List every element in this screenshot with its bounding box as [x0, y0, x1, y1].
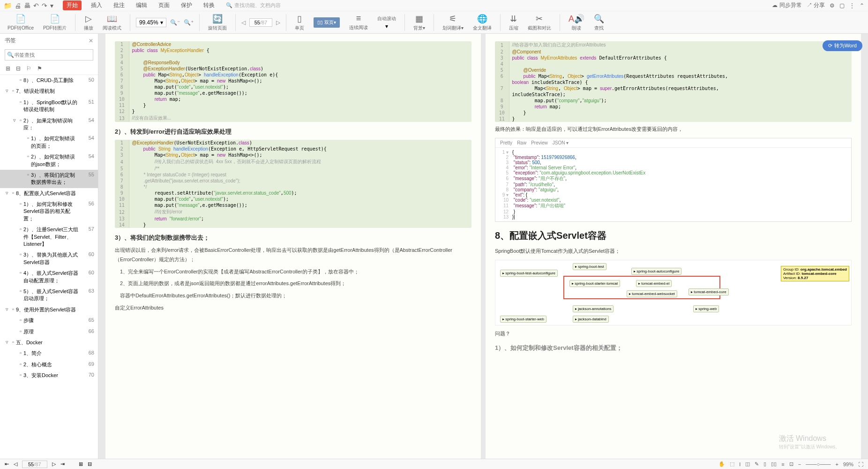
play-button[interactable]: ▷播放 — [81, 14, 96, 31]
next-page-icon[interactable]: ▷ — [276, 19, 280, 26]
compress[interactable]: ⇊压缩 — [506, 14, 521, 31]
json-tab[interactable]: JSON ▾ — [553, 140, 569, 145]
select-translate[interactable]: ⚟划词翻译▾ — [440, 14, 466, 31]
outline-icon[interactable]: ⊞ — [6, 65, 10, 72]
bookmark-item[interactable]: ▿▫9、使用外置的Servlet容器 — [0, 304, 98, 315]
bookmark-item[interactable]: ▫8）、CRUD-员工删除50 — [0, 75, 98, 86]
view-single-icon[interactable]: ▯ — [763, 461, 766, 467]
bookmark-item[interactable]: ▫3、安装Docker70 — [0, 370, 98, 381]
read-aloud[interactable]: A🔊朗读 — [566, 14, 587, 31]
bookmark-add-icon[interactable]: ⚑ — [37, 65, 42, 72]
bookmark-item[interactable]: ▿▫7、错误处理机制 — [0, 86, 98, 97]
bookmark-icon[interactable]: ⚐ — [26, 65, 31, 72]
collapse-icon[interactable]: ⊟ — [88, 461, 92, 467]
status-page-input[interactable]: 55/87 — [22, 461, 47, 468]
json-tab[interactable]: Raw — [517, 140, 526, 145]
last-page-icon[interactable]: ⇥ — [60, 461, 65, 467]
json-tab[interactable]: Pretty — [500, 140, 512, 145]
zoom-out-icon[interactable]: 🔍⁻ — [170, 19, 180, 26]
zoom-out-status[interactable]: − — [798, 461, 801, 467]
diagram-node: ▸ tomcat-embed-el — [636, 280, 672, 287]
tab-转换[interactable]: 转换 — [202, 0, 217, 10]
prev-page-icon[interactable]: ◁ — [14, 461, 17, 467]
dropdown-icon[interactable]: ▾ — [50, 2, 53, 9]
bookmark-item[interactable]: ▿▫8、配置嵌入式Servlet容器 — [0, 188, 98, 199]
zoom-slider[interactable]: ───○─── — [806, 461, 831, 467]
background[interactable]: ▦背景▾ — [411, 14, 428, 31]
annotation-icon[interactable]: ✎ — [755, 461, 759, 467]
share-button[interactable]: ↗ 分享 — [807, 1, 825, 9]
windows-watermark: 激活 Windows 转到"设置"以激活 Windows。 — [779, 434, 840, 450]
bookmark-item[interactable]: ▫4）、嵌入式Servlet容器自动配置原理；60 — [0, 268, 98, 286]
single-page[interactable]: ▯单页 — [292, 14, 307, 31]
tab-编辑[interactable]: 编辑 — [134, 0, 149, 10]
highlight-tool-icon[interactable]: ◫ — [745, 461, 750, 467]
collapse-icon[interactable]: ⊟ — [16, 65, 21, 72]
prev-page-icon[interactable]: ◁ — [241, 19, 246, 26]
pdf-to-image[interactable]: 📄PDF转图片 — [40, 14, 69, 31]
bookmark-item[interactable]: ▫2）、如何定制错误的json数据；54 — [0, 151, 98, 170]
settings-icon[interactable]: ⚙ — [830, 2, 835, 9]
text-tool-icon[interactable]: I — [739, 461, 741, 467]
bookmark-item[interactable]: ▫2）、注册Servlet三大组件【Servlet、Filter、Listene… — [0, 224, 98, 250]
bookmark-item[interactable]: ▫1）、如何定制错误的页面；54 — [0, 133, 98, 151]
save-icon[interactable]: 🖨 — [15, 2, 21, 9]
bookmark-item[interactable]: ▫原理66 — [0, 326, 98, 337]
dual-page[interactable]: ▯▯ 双页▾ — [311, 17, 343, 28]
bookmark-search-input[interactable] — [14, 52, 91, 58]
select-tool-icon[interactable]: ⬚ — [730, 461, 734, 467]
zoom-level[interactable]: 99.45% ▾ — [136, 18, 166, 27]
view-continuous-icon[interactable]: ≡ — [781, 461, 784, 467]
tab-页面[interactable]: 页面 — [157, 0, 172, 10]
command-search[interactable]: 🔍 查找功能、文档内容 — [226, 2, 281, 9]
tab-插入[interactable]: 插入 — [89, 0, 104, 10]
bookmark-item[interactable]: ▫2、核心概念69 — [0, 359, 98, 370]
view-dual-icon[interactable]: ▯▯ — [771, 461, 777, 467]
folder-icon[interactable]: 📁 — [4, 2, 12, 9]
more-icon[interactable]: ⋮ — [849, 2, 855, 9]
tab-批注[interactable]: 批注 — [112, 0, 127, 10]
tab-开始[interactable]: 开始 — [63, 0, 82, 10]
find[interactable]: 🔍查找 — [591, 14, 607, 31]
rotate-page[interactable]: 🔄旋转页面 — [205, 14, 230, 31]
bookmark-item[interactable]: ▿▫2）、如果定制错误响应：54 — [0, 115, 98, 134]
bookmark-item[interactable]: ▿▫五、Docker — [0, 337, 98, 348]
print-icon[interactable]: 🖶 — [24, 2, 30, 9]
status-nav: ⇤ ◁ 55/87 ▷ ⇥ ⊞ ⊟ — [5, 461, 92, 468]
sidebar-header: 书签 ✕ — [0, 34, 98, 47]
bookmark-item[interactable]: ▫3）、替换为其他嵌入式Servlet容器60 — [0, 250, 98, 268]
pdf-to-office[interactable]: 📄PDF转Office — [5, 14, 37, 31]
screenshot-compare[interactable]: ✂截图和对比 — [525, 14, 554, 31]
read-mode[interactable]: 📖阅读模式 — [100, 14, 124, 31]
bookmark-item[interactable]: ▫步骤65 — [0, 315, 98, 326]
thumbnail-icon[interactable]: ⊞ — [79, 461, 83, 467]
bookmark-search[interactable]: 🔍 — [5, 49, 93, 61]
undo-icon[interactable]: ↶ — [33, 2, 39, 9]
auto-scroll[interactable]: 自动滚动▾ — [374, 15, 399, 30]
document-view[interactable]: 1@ControllerAdvice2public class MyExcept… — [98, 34, 868, 459]
close-icon[interactable]: ✕ — [89, 38, 93, 44]
tab-保护[interactable]: 保护 — [179, 0, 194, 10]
page-input[interactable]: 55/87 — [249, 18, 273, 27]
json-tab[interactable]: Preview — [531, 140, 548, 145]
next-page-icon[interactable]: ▷ — [52, 461, 56, 467]
zoom-in-icon[interactable]: 🔍⁺ — [184, 19, 194, 26]
bookmark-item[interactable]: ▫1、简介68 — [0, 348, 98, 359]
diagram-node: ▸ spring-boot-test-autoconfigure — [500, 270, 558, 277]
sync-status[interactable]: ☁ 同步异常 — [772, 1, 801, 9]
bookmark-item[interactable]: ▫1）、SpringBoot默认的错误处理机制51 — [0, 97, 98, 115]
bookmark-item[interactable]: ▫5）、嵌入式Servlet容器启动原理；63 — [0, 286, 98, 304]
hand-tool-icon[interactable]: ✋ — [718, 461, 725, 467]
bookmark-item[interactable]: ▫1）、如何定制和修改Servlet容器的相关配置；56 — [0, 199, 98, 224]
full-translate[interactable]: 🌐全文翻译 — [470, 14, 494, 31]
window-icon[interactable]: ▢ — [839, 2, 845, 9]
expand-icon[interactable]: ⌃ — [860, 2, 864, 9]
redo-icon[interactable]: ↷ — [42, 2, 47, 9]
convert-to-word-button[interactable]: ⟳ 转为Word — [823, 40, 862, 51]
first-page-icon[interactable]: ⇤ — [5, 461, 9, 467]
fullscreen-icon[interactable]: ⛶ — [858, 461, 863, 467]
bookmark-item[interactable]: ▫3）、将我们的定制数据携带出去；55 — [0, 170, 98, 188]
zoom-fit-icon[interactable]: ⊡ — [789, 461, 793, 467]
continuous-read[interactable]: ≡连续阅读 — [346, 14, 371, 31]
zoom-in-status[interactable]: + — [836, 461, 838, 467]
